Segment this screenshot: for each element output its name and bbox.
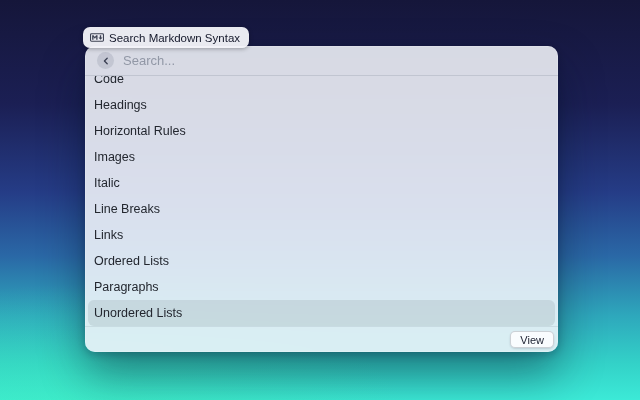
list-item[interactable]: Italic: [88, 170, 555, 196]
list-item-label: Italic: [94, 176, 120, 190]
list-item-label: Horizontal Rules: [94, 124, 186, 138]
list-item[interactable]: Links: [88, 222, 555, 248]
list-item-label: Line Breaks: [94, 202, 160, 216]
markdown-icon: [90, 33, 104, 42]
search-bar: [85, 46, 558, 76]
list-item[interactable]: Headings: [88, 92, 555, 118]
list-item-label: Links: [94, 228, 123, 242]
list-item-label: Ordered Lists: [94, 254, 169, 268]
list-item[interactable]: Ordered Lists: [88, 248, 555, 274]
list-item-label: Code: [94, 76, 124, 86]
window-title-label: Search Markdown Syntax: [109, 32, 240, 44]
list-item-label: Headings: [94, 98, 147, 112]
window-title-tag: Search Markdown Syntax: [83, 27, 249, 48]
list-item[interactable]: Unordered Lists: [88, 300, 555, 326]
search-input[interactable]: [123, 53, 546, 68]
list-item[interactable]: Horizontal Rules: [88, 118, 555, 144]
list-item-label: Unordered Lists: [94, 306, 182, 320]
back-button[interactable]: [97, 52, 114, 69]
results-list: CodeHeadingsHorizontal RulesImagesItalic…: [85, 76, 558, 326]
view-button[interactable]: View: [510, 331, 554, 348]
list-item[interactable]: Images: [88, 144, 555, 170]
search-window: CodeHeadingsHorizontal RulesImagesItalic…: [85, 46, 558, 352]
list-item-label: Paragraphs: [94, 280, 159, 294]
footer-bar: View: [85, 326, 558, 352]
list-item-label: Images: [94, 150, 135, 164]
chevron-left-icon: [102, 57, 110, 65]
list-item[interactable]: Code: [88, 76, 555, 92]
list-item[interactable]: Line Breaks: [88, 196, 555, 222]
list-item[interactable]: Paragraphs: [88, 274, 555, 300]
